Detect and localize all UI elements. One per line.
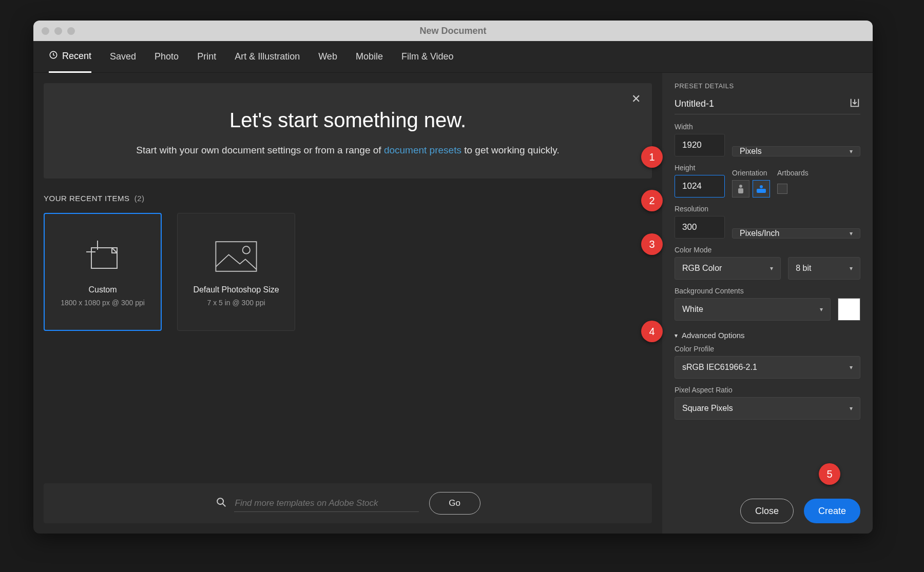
create-button[interactable]: Create	[804, 499, 860, 523]
save-preset-icon[interactable]	[849, 97, 860, 111]
zoom-window-dot[interactable]	[67, 27, 75, 35]
new-document-dialog: New Document Recent Saved Photo Print Ar…	[33, 21, 873, 534]
background-select[interactable]: White▾	[675, 298, 831, 321]
width-label: Width	[675, 123, 725, 131]
close-button[interactable]: Close	[740, 499, 794, 523]
clock-icon	[49, 50, 58, 62]
annotation-badge: 5	[819, 463, 840, 485]
resolution-input[interactable]	[675, 216, 725, 239]
pixel-aspect-ratio-label: Pixel Aspect Ratio	[675, 386, 860, 394]
color-mode-label: Color Mode	[675, 246, 860, 254]
recent-grid: Custom 1800 x 1080 px @ 300 ppi Default …	[44, 213, 652, 331]
svg-point-10	[760, 185, 763, 188]
background-label: Background Contents	[675, 287, 860, 295]
adobe-stock-bar: Go	[44, 483, 652, 523]
height-input[interactable]	[675, 175, 725, 198]
go-button[interactable]: Go	[429, 492, 480, 515]
search-icon	[216, 497, 227, 510]
recent-item-subtitle: 1800 x 1080 px @ 300 ppi	[61, 299, 145, 307]
color-mode-select[interactable]: RGB Color▾	[675, 257, 781, 280]
background-color-swatch[interactable]	[838, 298, 860, 321]
chevron-down-icon: ▾	[850, 230, 853, 237]
titlebar: New Document	[33, 21, 873, 41]
tab-recent[interactable]: Recent	[49, 41, 91, 73]
close-icon[interactable]: ✕	[631, 92, 641, 106]
width-input[interactable]	[675, 134, 725, 156]
resolution-unit-select[interactable]: Pixels/Inch▾	[732, 228, 860, 239]
window-title: New Document	[33, 26, 873, 36]
bit-depth-select[interactable]: 8 bit▾	[788, 257, 860, 280]
tab-mobile[interactable]: Mobile	[356, 41, 383, 73]
chevron-down-icon: ▾	[820, 306, 823, 313]
svg-line-7	[222, 503, 225, 506]
tab-art-illustration[interactable]: Art & Illustration	[235, 41, 300, 73]
chevron-down-icon: ▾	[850, 148, 853, 155]
svg-rect-4	[216, 242, 256, 271]
color-profile-select[interactable]: sRGB IEC61966-2.1▾	[675, 356, 860, 379]
blank-doc-icon	[80, 237, 126, 276]
hero-banner: ✕ Let's start something new. Start with …	[44, 83, 652, 179]
document-presets-link[interactable]: document presets	[384, 145, 461, 155]
svg-point-6	[217, 498, 223, 504]
hero-headline: Let's start something new.	[74, 109, 621, 132]
preset-details-panel: PRESET DETAILS Width _	[662, 73, 873, 534]
annotation-badge: 3	[641, 233, 663, 255]
chevron-down-icon: ▾	[850, 265, 853, 272]
left-pane: ✕ Let's start something new. Start with …	[33, 73, 662, 534]
hero-subtext: Start with your own document settings or…	[74, 143, 621, 158]
recent-item-custom[interactable]: Custom 1800 x 1080 px @ 300 ppi	[44, 213, 162, 331]
orientation-label: Orientation	[732, 169, 770, 177]
orientation-landscape-button[interactable]	[753, 180, 770, 198]
recent-item-default-ps[interactable]: Default Photoshop Size 7 x 5 in @ 300 pp…	[177, 213, 295, 331]
svg-rect-9	[738, 188, 743, 193]
window-controls[interactable]	[42, 27, 75, 35]
recents-heading: YOUR RECENT ITEMS (2)	[44, 194, 652, 203]
chevron-down-icon: ▾	[770, 265, 773, 272]
color-profile-label: Color Profile	[675, 345, 860, 353]
recent-item-title: Default Photoshop Size	[193, 285, 279, 294]
chevron-down-icon: ▾	[675, 332, 678, 339]
panel-title: PRESET DETAILS	[675, 82, 860, 90]
advanced-options-toggle[interactable]: ▾ Advanced Options	[675, 331, 860, 340]
chevron-down-icon: ▾	[850, 405, 853, 412]
svg-point-8	[739, 185, 742, 188]
recent-item-title: Custom	[88, 285, 117, 294]
close-window-dot[interactable]	[42, 27, 49, 35]
height-label: Height	[675, 164, 725, 172]
annotation-badge: 4	[641, 321, 663, 342]
svg-rect-11	[757, 189, 766, 193]
chevron-down-icon: ▾	[850, 364, 853, 371]
svg-point-5	[243, 246, 250, 253]
document-name-input[interactable]	[675, 98, 844, 109]
tab-print[interactable]: Print	[197, 41, 216, 73]
svg-rect-1	[91, 248, 117, 268]
artboards-checkbox[interactable]	[777, 184, 787, 194]
tab-film-video[interactable]: Film & Video	[401, 41, 454, 73]
tab-web[interactable]: Web	[318, 41, 337, 73]
image-icon	[213, 237, 259, 276]
tab-photo[interactable]: Photo	[155, 41, 179, 73]
pixel-aspect-ratio-select[interactable]: Square Pixels▾	[675, 397, 860, 420]
stock-search-input[interactable]	[234, 495, 419, 512]
category-tabs: Recent Saved Photo Print Art & Illustrat…	[33, 41, 873, 73]
artboards-label: Artboards	[777, 169, 808, 177]
minimize-window-dot[interactable]	[54, 27, 62, 35]
orientation-portrait-button[interactable]	[732, 180, 749, 198]
resolution-label: Resolution	[675, 205, 725, 213]
width-unit-select[interactable]: Pixels▾	[732, 146, 860, 156]
tab-label: Recent	[62, 51, 91, 62]
annotation-badge: 1	[641, 146, 663, 168]
recent-item-subtitle: 7 x 5 in @ 300 ppi	[207, 299, 265, 307]
tab-saved[interactable]: Saved	[110, 41, 136, 73]
annotation-badge: 2	[641, 190, 663, 211]
